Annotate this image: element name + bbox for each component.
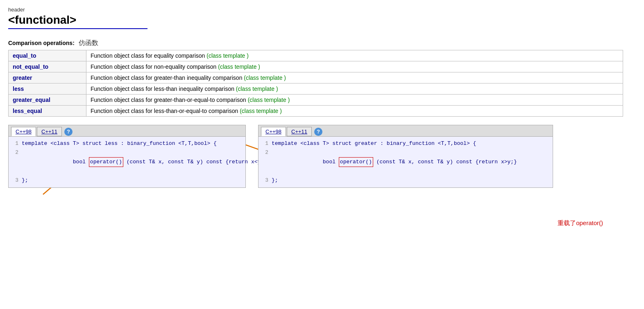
less-tab-help[interactable]: ? (64, 128, 73, 136)
greater-line3-text: }; (272, 176, 278, 185)
greater-tab-help[interactable]: ? (314, 128, 322, 136)
less-code-panel: C++98 C++11 ? 1 template <class T> struc… (8, 125, 246, 188)
less-line-3: 3 }; (13, 176, 241, 185)
less-line1-text: template <class T> struct less : binary_… (22, 139, 217, 148)
annotation-area: C++98 C++11 ? 1 template <class T> struc… (8, 125, 636, 239)
less-line-2: 2 bool operator() (const T& x, const T& … (13, 148, 241, 176)
row-name[interactable]: equal_to (9, 50, 86, 61)
greater-line-3: 3 }; (263, 176, 549, 185)
row-badge: (class template ) (236, 86, 278, 92)
section-heading: Comparison operations: 仿函数 (8, 39, 636, 47)
greater-tab-cpp98[interactable]: C++98 (261, 127, 286, 136)
row-desc: Function object class for non-equality c… (86, 61, 623, 72)
page-container: header <functional> Comparison operation… (8, 7, 636, 239)
table-row: less Function object class for less-than… (9, 83, 623, 95)
greater-code-panel: C++98 C++11 ? 1 template <class T> struc… (258, 125, 553, 188)
row-badge: (class template ) (218, 63, 260, 70)
greater-line-2: 2 bool operator() (const T& x, const T& … (263, 148, 549, 176)
row-desc: Function object class for greater-than i… (86, 72, 623, 83)
less-line3-text: }; (22, 176, 28, 185)
row-name[interactable]: greater_equal (9, 95, 86, 106)
header-title: <functional> (8, 14, 636, 27)
greater-tab-cpp11[interactable]: C++11 (287, 127, 312, 136)
header-divider (8, 28, 147, 29)
annotation-text: 重载了operator() (558, 219, 603, 227)
row-name[interactable]: less (9, 83, 86, 95)
greater-operator-box: operator() (339, 157, 373, 167)
row-desc: Function object class for less-than ineq… (86, 83, 623, 95)
less-line2-text: bool operator() (const T& x, const T& y)… (22, 148, 267, 176)
table-row: greater Function object class for greate… (9, 72, 623, 83)
less-tab-cpp11[interactable]: C++11 (37, 127, 62, 136)
greater-line1-text: template <class T> struct greater : bina… (272, 139, 476, 148)
less-tab-cpp98[interactable]: C++98 (11, 127, 36, 136)
less-operator-box: operator() (89, 157, 123, 167)
table-row: not_equal_to Function object class for n… (9, 61, 623, 72)
row-badge: (class template ) (248, 97, 290, 103)
bottom-section: C++98 C++11 ? 1 template <class T> struc… (8, 125, 636, 188)
table-row: greater_equal Function object class for … (9, 95, 623, 106)
less-tabs-row: C++98 C++11 ? (9, 125, 245, 137)
row-badge: (class template ) (206, 52, 249, 59)
greater-tabs-row: C++98 C++11 ? (259, 125, 553, 137)
row-desc: Function object class for equality compa… (86, 50, 623, 61)
row-desc: Function object class for less-than-or-e… (86, 106, 623, 117)
row-name[interactable]: less_equal (9, 106, 86, 117)
comparison-label: Comparison operations: (8, 40, 75, 46)
chinese-label: 仿函数 (79, 39, 98, 47)
less-code-content: 1 template <class T> struct less : binar… (9, 137, 245, 187)
row-badge: (class template ) (244, 74, 286, 81)
table-row: equal_to Function object class for equal… (9, 50, 623, 61)
greater-code-content: 1 template <class T> struct greater : bi… (259, 137, 553, 187)
row-name[interactable]: greater (9, 72, 86, 83)
greater-line2-text: bool operator() (const T& x, const T& y)… (272, 148, 517, 176)
table-row: less_equal Function object class for les… (9, 106, 623, 117)
comparison-table: equal_to Function object class for equal… (8, 50, 623, 117)
row-name[interactable]: not_equal_to (9, 61, 86, 72)
less-line-1: 1 template <class T> struct less : binar… (13, 139, 241, 148)
header-label: header (8, 7, 636, 13)
greater-line-1: 1 template <class T> struct greater : bi… (263, 139, 549, 148)
row-desc: Function object class for greater-than-o… (86, 95, 623, 106)
row-badge: (class template ) (240, 108, 282, 114)
comparison-table-wrapper: equal_to Function object class for equal… (8, 50, 636, 117)
